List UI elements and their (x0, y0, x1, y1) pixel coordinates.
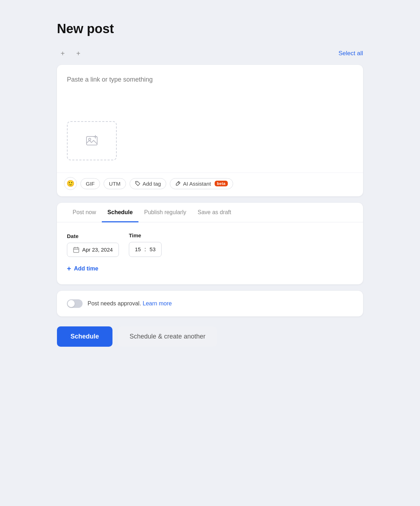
toolbar: + + Select all (57, 48, 363, 59)
image-upload-box[interactable] (67, 121, 117, 160)
tabs: Post now Schedule Publish regularly Save… (57, 203, 363, 222)
schedule-card: Post now Schedule Publish regularly Save… (57, 203, 363, 284)
time-hours: 15 (135, 246, 141, 252)
date-field: Date Apr 23, 2024 (67, 233, 119, 257)
tab-schedule[interactable]: Schedule (102, 203, 138, 222)
time-separator: : (145, 246, 146, 253)
tab-schedule-label: Schedule (107, 209, 133, 215)
approval-card: Post needs approval. Learn more (57, 291, 363, 316)
approval-text: Post needs approval. Learn more (88, 300, 172, 307)
ai-pen-icon (175, 181, 181, 186)
date-value: Apr 23, 2024 (82, 247, 113, 253)
main-container: New post + + Select all (57, 21, 363, 347)
time-minutes: 53 (149, 246, 156, 252)
add-button-1[interactable]: + (57, 48, 68, 59)
svg-point-1 (89, 138, 91, 140)
tab-post-now-label: Post now (73, 209, 96, 215)
calendar-icon (73, 247, 79, 253)
tab-save-as-draft[interactable]: Save as draft (192, 203, 237, 222)
post-input[interactable] (67, 75, 353, 118)
date-input[interactable]: Apr 23, 2024 (67, 243, 119, 257)
beta-badge: beta (215, 181, 228, 186)
tab-publish-regularly[interactable]: Publish regularly (138, 203, 192, 222)
add-time-plus-icon: + (67, 265, 71, 273)
schedule-button[interactable]: Schedule (57, 326, 112, 347)
utm-label: UTM (109, 181, 121, 187)
learn-more-link[interactable]: Learn more (143, 300, 172, 306)
time-label: Time (129, 232, 162, 238)
svg-rect-5 (74, 248, 79, 253)
ai-assistant-label: AI Assistant (183, 181, 211, 187)
schedule-body: Date Apr 23, 2024 Time 15 (57, 222, 363, 284)
add-time-button[interactable]: + Add time (67, 265, 98, 273)
tab-save-as-draft-label: Save as draft (198, 209, 231, 215)
time-field: Time 15 : 53 (129, 232, 162, 257)
action-row: Schedule Schedule & create another (57, 326, 363, 347)
emoji-icon: 🙂 (67, 180, 74, 187)
select-all-button[interactable]: Select all (338, 50, 363, 57)
plus-icon-1: + (61, 50, 65, 58)
gif-label: GIF (86, 181, 95, 187)
add-button-2[interactable]: + (73, 48, 84, 59)
post-input-area (57, 65, 363, 172)
plus-icon-2: + (76, 50, 80, 58)
image-upload-icon (85, 134, 99, 148)
add-time-label: Add time (74, 265, 98, 272)
page-title: New post (57, 21, 363, 36)
schedule-create-another-button[interactable]: Schedule & create another (118, 326, 217, 347)
datetime-row: Date Apr 23, 2024 Time 15 (67, 232, 353, 257)
add-tag-button[interactable]: Add tag (130, 178, 167, 189)
approval-toggle[interactable] (67, 299, 83, 308)
tag-icon (135, 181, 141, 186)
gif-button[interactable]: GIF (80, 178, 100, 189)
time-input[interactable]: 15 : 53 (129, 242, 162, 257)
add-tag-label: Add tag (143, 181, 161, 187)
post-toolbar: 🙂 GIF UTM Add tag (57, 172, 363, 196)
ai-assistant-button[interactable]: AI Assistant beta (170, 178, 233, 189)
toggle-knob (68, 300, 75, 307)
tab-post-now[interactable]: Post now (67, 203, 102, 222)
date-label: Date (67, 233, 119, 239)
tab-publish-regularly-label: Publish regularly (144, 209, 186, 215)
utm-button[interactable]: UTM (104, 178, 126, 189)
emoji-button[interactable]: 🙂 (64, 177, 77, 190)
svg-point-4 (136, 182, 137, 183)
post-content-card: 🙂 GIF UTM Add tag (57, 65, 363, 196)
